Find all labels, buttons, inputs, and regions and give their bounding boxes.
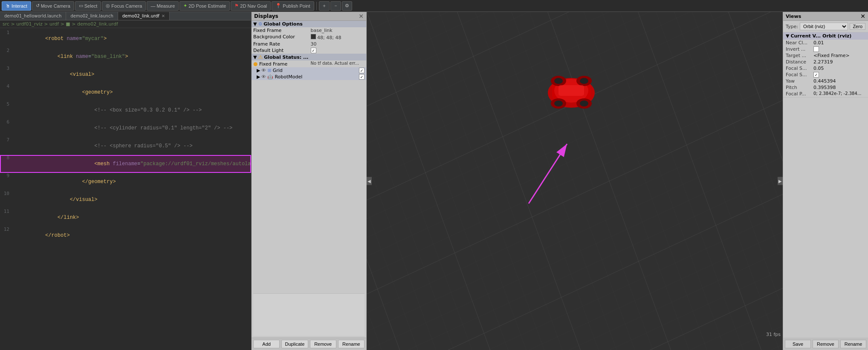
line-num-1: 1 [0, 30, 13, 48]
views-row-focal-p: Focal P... 0; 2.3842e-7; -2.384... [783, 91, 868, 97]
publish-point-label: Publish Point [283, 3, 310, 9]
distance-value[interactable]: 2.27319 [813, 59, 865, 65]
line-code-7: <!-- <sphere radius="0.5" /> --> [13, 137, 251, 155]
near-clip-value[interactable]: 0.01 [813, 40, 865, 46]
global-options-header[interactable]: ▼ ⚙ Global Options [252, 21, 366, 27]
invert-value[interactable] [813, 46, 865, 52]
editor-tabs: demo01_helloworld.launch demo02_link.lau… [0, 12, 251, 20]
collapse-left-button[interactable]: ◀ [367, 177, 372, 185]
gs-warning-icon: ● [253, 61, 258, 67]
line-num-3: 3 [0, 66, 13, 83]
robot-model-icon: 🤖 [267, 74, 273, 80]
views-rename-button[interactable]: Rename [840, 340, 866, 348]
focal-s1-value[interactable]: 0.05 [813, 66, 865, 71]
yaw-value[interactable]: 0.445394 [813, 78, 865, 84]
publish-point-button[interactable]: 📍 Publish Point [272, 1, 314, 11]
code-line-6: 6 <!-- <cylinder radius="0.1" length="2"… [0, 119, 251, 137]
viewport[interactable]: ◀ ▶ 31 fps [367, 12, 783, 350]
pitch-label: Pitch [786, 85, 813, 90]
focal-s2-value[interactable] [813, 72, 865, 77]
tab-link-launch[interactable]: demo02_link.launch [66, 12, 118, 20]
default-light-checkbox[interactable] [311, 48, 316, 53]
robot-model-eye-icon[interactable]: 👁 [261, 74, 266, 80]
code-line-10: 10 </visual> [0, 191, 251, 209]
tab-close-icon[interactable]: ✕ [162, 14, 165, 18]
select-button[interactable]: ▭ Select [75, 1, 101, 11]
collapse-right-button[interactable]: ▶ [778, 177, 783, 185]
views-row-distance: Distance 2.27319 [783, 59, 868, 65]
views-row-yaw: Yaw 0.445394 [783, 78, 868, 84]
displays-footer: Add Duplicate Remove Rename [252, 338, 366, 350]
default-light-value[interactable] [309, 47, 367, 54]
views-remove-button[interactable]: Remove [813, 340, 839, 348]
code-line-12: 12 </robot> [0, 227, 251, 244]
focal-p-label: Focal P... [786, 91, 813, 97]
grid-checkbox[interactable] [359, 68, 365, 73]
views-save-button[interactable]: Save [785, 340, 811, 348]
code-line-5: 5 <!-- <box size="0.3 0.2 0.1" /> --> [0, 101, 251, 119]
views-close-button[interactable]: ✕ [860, 13, 865, 20]
duplicate-button[interactable]: Duplicate [281, 340, 308, 348]
line-code-11: </link> [13, 209, 251, 227]
svg-point-7 [554, 100, 563, 106]
add-button[interactable]: Add [253, 340, 280, 348]
line-code-1: <robot name="mycar"> [13, 30, 251, 48]
toolbar-settings-button[interactable]: ⚙ [342, 1, 352, 11]
bg-color-swatch [311, 34, 316, 39]
line-num-12: 12 [0, 227, 13, 244]
move-camera-icon: ↺ [36, 3, 40, 9]
toolbar-plus-button[interactable]: ＋ [319, 1, 330, 11]
grid-item[interactable]: ▶ 👁 ⊞ Grid [252, 67, 366, 74]
tab-link-urdf[interactable]: demo02_link.urdf ✕ [118, 12, 170, 20]
views-header: Views ✕ [783, 12, 868, 21]
current-view-header[interactable]: ▼ Current V... Orbit (rviz) [783, 32, 868, 40]
views-type-select[interactable]: Orbit (rviz) [800, 23, 848, 30]
pose-estimate-button[interactable]: ✦ 2D Pose Estimate [179, 1, 230, 11]
target-value[interactable]: <Fixed Frame> [813, 53, 865, 58]
fixed-frame-value[interactable]: base_link [309, 27, 367, 34]
grid-eye-icon[interactable]: 👁 [261, 68, 266, 73]
current-view-triangle: ▼ [786, 33, 789, 39]
remove-button[interactable]: Remove [310, 340, 336, 348]
line-code-10: </visual> [13, 191, 251, 209]
displays-tree[interactable]: ▼ ⚙ Global Options Fixed Frame base_link… [252, 21, 366, 292]
main-area: demo01_helloworld.launch demo02_link.lau… [0, 12, 868, 350]
robot-model-triangle: ▶ [257, 74, 260, 80]
rename-button[interactable]: Rename [338, 340, 365, 348]
focal-s2-label: Focal S... [786, 72, 813, 77]
displays-close-button[interactable]: ✕ [359, 13, 364, 20]
invert-label: Invert ... [786, 46, 813, 52]
interact-button[interactable]: 🖱 Interact [2, 1, 31, 11]
move-camera-button[interactable]: ↺ Move Camera [32, 1, 74, 11]
breadcrumb-text: src > urdf01_rviz > urdf > ■ > demo02_li… [3, 21, 118, 27]
line-code-4: <geometry> [13, 83, 251, 101]
code-area[interactable]: 1 <robot name="mycar"> 2 <link name="bas… [0, 28, 251, 350]
measure-button[interactable]: — Measure [147, 1, 179, 11]
fps-badge: 31 fps [766, 332, 781, 337]
bg-color-value[interactable]: 48; 48; 48 [309, 34, 367, 41]
views-zero-button[interactable]: Zero [850, 23, 865, 30]
focal-p-value[interactable]: 0; 2.3842e-7; -2.384... [813, 91, 865, 97]
pitch-value[interactable]: 0.395398 [813, 85, 865, 90]
fixed-frame-label: Fixed Frame [252, 27, 309, 34]
interact-label: Interact [12, 3, 27, 9]
tab-link-launch-label: demo02_link.launch [70, 14, 113, 18]
robot-model-checkbox[interactable] [359, 74, 365, 80]
gs-fixed-frame-label: ● Fixed Frame [252, 60, 309, 67]
bg-color-swatch-container: 48; 48; 48 [311, 35, 341, 40]
frame-rate-value[interactable]: 30 [309, 41, 367, 47]
focal-s2-checkbox[interactable] [813, 72, 819, 77]
focus-camera-button[interactable]: ◎ Focus Camera [102, 1, 146, 11]
default-light-row: Default Light [252, 47, 366, 54]
invert-checkbox[interactable] [813, 46, 819, 52]
toolbar-minus-button[interactable]: － [330, 1, 341, 11]
gs-fixed-frame-value: No tf data. Actual err... [309, 60, 367, 67]
global-status-header[interactable]: ▼ ⚠ Global Status: ... [252, 54, 366, 60]
tab-helloworld[interactable]: demo01_helloworld.launch [0, 12, 66, 20]
nav-goal-button[interactable]: ⚑ 2D Nav Goal [231, 1, 271, 11]
robot-model-item[interactable]: ▶ 👁 🤖 RobotModel [252, 74, 366, 80]
line-num-11: 11 [0, 209, 13, 227]
views-row-focal-s2: Focal S... [783, 72, 868, 78]
displays-header: Displays ✕ [252, 12, 366, 21]
svg-rect-2 [367, 12, 783, 350]
